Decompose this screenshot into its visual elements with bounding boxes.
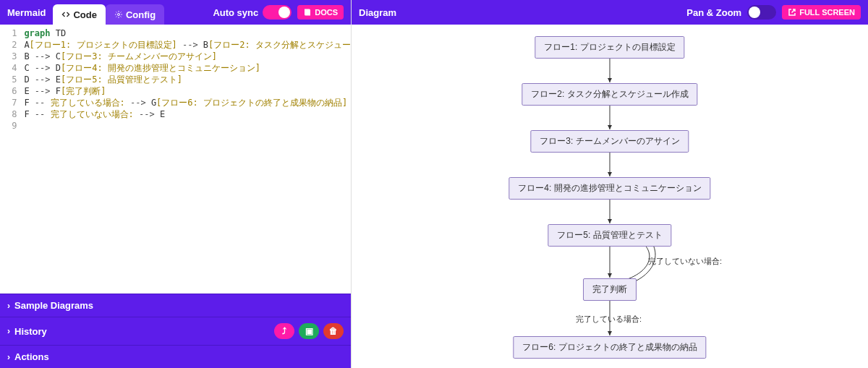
autosync-group: Auto sync xyxy=(213,5,292,20)
diagram-node-1: フロー1: プロジェクトの目標設定 xyxy=(535,36,684,59)
tab-config[interactable]: Config xyxy=(106,4,164,25)
docs-label: DOCS xyxy=(315,8,338,17)
external-link-icon xyxy=(788,8,796,17)
history-delete-button[interactable]: 🗑 xyxy=(323,323,344,339)
code-editor[interactable]: 1 2 3 4 5 6 7 8 9 graph TD A[フロー1: プロジェク… xyxy=(0,25,351,294)
left-header: Mermaid Code Config Auto sync DOCS xyxy=(0,0,351,25)
upload-icon: ⤴ xyxy=(282,326,286,336)
tab-config-label: Config xyxy=(126,9,156,20)
chevron-right-icon: › xyxy=(7,326,10,336)
diagram-canvas[interactable]: フロー1: プロジェクトの目標設定 フロー2: タスク分解とスケジュール作成 フ… xyxy=(352,25,868,368)
autosync-label: Auto sync xyxy=(213,7,258,18)
code-icon xyxy=(61,10,70,19)
chevron-right-icon: › xyxy=(7,352,10,362)
panel-sample-label: Sample Diagrams xyxy=(14,300,93,311)
code-content[interactable]: graph TD A[フロー1: プロジェクトの目標設定] --> B[フロー2… xyxy=(24,27,351,294)
svg-point-0 xyxy=(117,14,119,16)
tab-code-label: Code xyxy=(73,9,97,20)
autosync-toggle[interactable] xyxy=(263,5,292,20)
fullscreen-button[interactable]: FULL SCREEN xyxy=(782,5,861,20)
diagram-node-6: 完了判断 xyxy=(583,278,637,301)
fullscreen-label: FULL SCREEN xyxy=(799,8,855,17)
save-icon: ▣ xyxy=(305,326,313,336)
diagram-node-4: フロー4: 開発の進捗管理とコミュニケーション xyxy=(509,177,710,200)
panel-sample-diagrams[interactable]: › Sample Diagrams xyxy=(0,294,351,317)
panel-history-label: History xyxy=(14,326,47,337)
diagram-node-3: フロー3: チームメンバーのアサイン xyxy=(530,130,689,153)
panzoom-label: Pan & Zoom xyxy=(686,7,741,18)
edge-label-not-done: 完了していない場合: xyxy=(648,256,722,267)
panel-actions-label: Actions xyxy=(14,351,49,362)
diagram-node-5: フロー5: 品質管理とテスト xyxy=(548,224,671,247)
history-save-button[interactable]: ▣ xyxy=(299,323,319,339)
diagram-node-2: フロー2: タスク分解とスケジュール作成 xyxy=(522,83,697,106)
brand: Mermaid xyxy=(7,7,46,18)
panel-actions[interactable]: › Actions xyxy=(0,345,351,368)
chevron-right-icon: › xyxy=(7,301,10,311)
tab-code[interactable]: Code xyxy=(53,4,106,25)
diagram-title: Diagram xyxy=(359,7,396,18)
gear-icon xyxy=(114,10,123,19)
docs-button[interactable]: DOCS xyxy=(297,5,344,20)
right-header: Diagram Pan & Zoom FULL SCREEN xyxy=(352,0,868,25)
edge-label-done: 完了している場合: xyxy=(576,314,642,325)
diagram-node-7: フロー6: プロジェクトの終了と成果物の納品 xyxy=(513,336,706,359)
line-gutter: 1 2 3 4 5 6 7 8 9 xyxy=(0,27,24,294)
history-upload-button[interactable]: ⤴ xyxy=(274,323,294,339)
book-icon xyxy=(303,8,312,17)
panel-history[interactable]: › History ⤴ ▣ 🗑 xyxy=(0,317,351,345)
panzoom-toggle[interactable] xyxy=(747,5,776,20)
trash-icon: 🗑 xyxy=(329,326,338,336)
